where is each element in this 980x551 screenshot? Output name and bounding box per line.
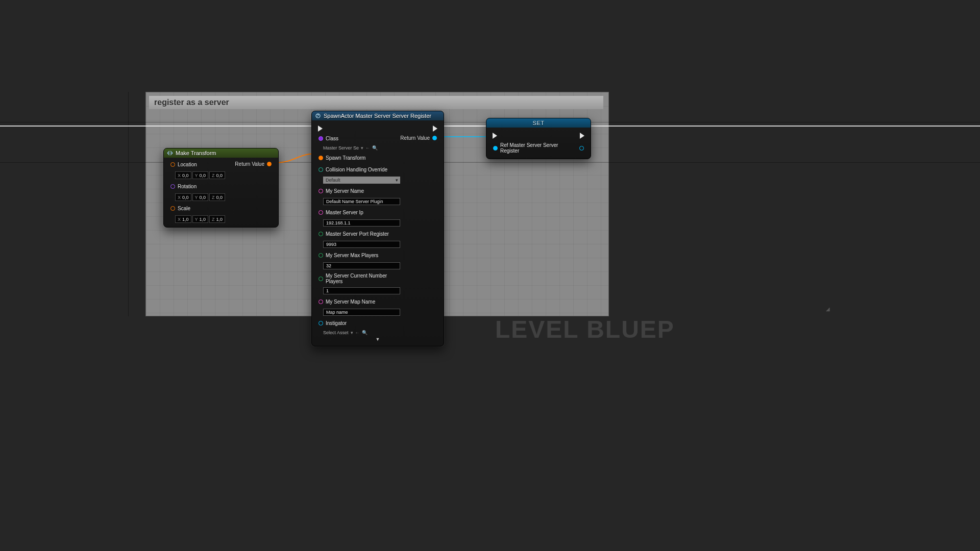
transform-icon: [167, 150, 173, 156]
set-exec-in[interactable]: [493, 133, 497, 139]
master-ip-input[interactable]: 192.168.1.1: [323, 219, 400, 227]
server-name-input[interactable]: Default Name Server Plugin: [323, 198, 400, 205]
scl-z[interactable]: Z1,0: [209, 215, 225, 223]
node-header-spawn[interactable]: SpawnActor Master Server Server Register: [312, 111, 444, 120]
loc-z[interactable]: Z0,0: [209, 171, 225, 179]
pin-set-out[interactable]: [579, 146, 584, 151]
set-title: SET: [533, 120, 545, 126]
rotation-label: Rotation: [178, 184, 197, 189]
location-fields: X0,0 Y0,0 Z0,0: [175, 171, 225, 179]
map-input[interactable]: Map name: [323, 309, 400, 316]
port-input[interactable]: 9993: [323, 241, 400, 248]
class-label: Class: [326, 136, 338, 141]
blueprint-canvas[interactable]: register as a server ◢ LEVEL BLUEP Make …: [0, 0, 980, 551]
pin-class[interactable]: [318, 136, 323, 141]
node-spawn-actor[interactable]: SpawnActor Master Server Server Register…: [311, 111, 444, 346]
instigator-goto-icon[interactable]: ←: [355, 330, 360, 335]
rot-z[interactable]: Z0,0: [209, 193, 225, 201]
loc-y[interactable]: Y0,0: [192, 171, 209, 179]
resize-handle-icon[interactable]: ◢: [826, 306, 833, 313]
port-label: Master Server Port Register: [326, 231, 389, 237]
map-label: My Server Map Name: [326, 299, 375, 305]
pin-mt-return[interactable]: [267, 162, 272, 166]
location-label: Location: [178, 162, 197, 167]
exec-out[interactable]: [433, 126, 437, 132]
pin-collision[interactable]: [318, 167, 323, 172]
server-name-label: My Server Name: [326, 188, 364, 194]
node-set[interactable]: SET Ref Master Server Server Register: [486, 118, 591, 159]
instigator-selector[interactable]: Select Asset▾ ← 🔍: [323, 330, 400, 335]
spawn-return-label: Return Value: [400, 135, 430, 141]
rot-y[interactable]: Y0,0: [192, 193, 209, 201]
node-title: Make Transform: [176, 150, 216, 156]
pin-cur-players[interactable]: [318, 277, 323, 281]
collision-label: Collision Handling Override: [326, 167, 387, 172]
pin-port[interactable]: [318, 232, 323, 236]
cur-players-label: My Server Current Number Players: [326, 273, 400, 284]
watermark-text: LEVEL BLUEP: [495, 315, 675, 343]
pin-server-name[interactable]: [318, 189, 323, 193]
class-selector[interactable]: Master Server Se▾ ← 🔍: [323, 145, 400, 151]
mt-return-label: Return Value: [235, 161, 264, 167]
cur-players-input[interactable]: 1: [323, 287, 400, 294]
expand-arrow-icon[interactable]: ▼: [316, 337, 439, 342]
loc-x[interactable]: X0,0: [175, 171, 191, 179]
rotation-fields: X0,0 Y0,0 Z0,0: [175, 193, 225, 201]
master-ip-label: Master Server Ip: [326, 210, 363, 215]
set-exec-out[interactable]: [580, 133, 584, 139]
goto-arrow-icon[interactable]: ←: [365, 145, 370, 151]
exec-in[interactable]: [318, 126, 323, 132]
function-icon: [315, 113, 321, 119]
pin-scale-in[interactable]: [170, 206, 175, 211]
pin-instigator[interactable]: [318, 321, 323, 325]
comment-title[interactable]: register as a server: [149, 96, 603, 109]
pin-location-in[interactable]: [170, 162, 175, 167]
rot-x[interactable]: X0,0: [175, 193, 191, 201]
instigator-browse-icon[interactable]: 🔍: [362, 330, 368, 335]
instigator-label: Instigator: [326, 320, 347, 326]
node-header-set[interactable]: SET: [486, 118, 591, 128]
scale-label: Scale: [178, 206, 190, 211]
max-players-label: My Server Max Players: [326, 253, 378, 258]
pin-master-ip[interactable]: [318, 210, 323, 215]
scl-x[interactable]: X1,0: [175, 215, 191, 223]
pin-map-name[interactable]: [318, 299, 323, 304]
set-ref-label: Ref Master Server Server Register: [500, 142, 577, 154]
grid-major-v1: [128, 92, 129, 316]
spawn-title: SpawnActor Master Server Server Register: [324, 113, 431, 119]
collision-dropdown[interactable]: Default: [323, 177, 400, 184]
spawn-transform-label: Spawn Transform: [326, 155, 365, 161]
max-players-input[interactable]: 32: [323, 262, 400, 269]
browse-icon[interactable]: 🔍: [372, 145, 378, 151]
pin-rotation-in[interactable]: [170, 184, 175, 189]
grid-major-h2: [0, 162, 980, 163]
pin-max-players[interactable]: [318, 253, 323, 258]
scale-fields: X1,0 Y1,0 Z1,0: [175, 215, 225, 223]
pin-spawn-transform[interactable]: [318, 156, 323, 160]
pin-spawn-return[interactable]: [432, 136, 437, 140]
scl-y[interactable]: Y1,0: [192, 215, 209, 223]
node-header-make-transform[interactable]: Make Transform: [164, 148, 278, 158]
pin-set-in[interactable]: [493, 146, 498, 151]
node-make-transform[interactable]: Make Transform Location X0,0 Y0,0 Z0,0 R…: [163, 148, 279, 228]
